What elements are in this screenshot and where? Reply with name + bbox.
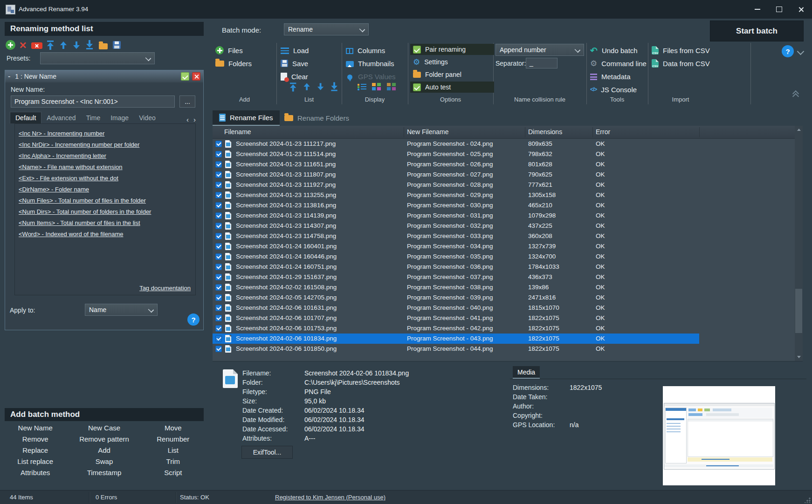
view-grid-icon[interactable] [372,83,381,90]
tab-video[interactable]: Video [134,112,161,123]
row-checkbox-checked[interactable] [215,305,222,311]
minimize-button[interactable] [746,0,768,19]
table-row[interactable]: Screenshot 2024-01-23 113816.pngProgram … [213,200,699,211]
tag-link[interactable]: <DirName> - Folder name [19,184,192,195]
more-options-button[interactable]: ... [179,95,195,108]
scroll-down-button[interactable] [795,353,803,361]
import-files-from-csv[interactable]: CSV Files from CSV [652,45,710,56]
maximize-button[interactable] [768,0,790,19]
row-checkbox-checked[interactable] [215,151,222,157]
view-list-icon[interactable] [357,83,366,90]
table-row[interactable]: Screenshot 2024-01-23 111927.pngProgram … [213,180,699,190]
add-batch-method-link[interactable]: Renumber [143,434,204,444]
presets-select[interactable] [40,52,155,64]
tag-link[interactable]: <Num Dirs> - Total number of folders in … [19,206,192,218]
row-checkbox-checked[interactable] [215,346,222,352]
row-checkbox-checked[interactable] [215,325,222,332]
checkbox-checked-icon[interactable] [413,83,421,91]
row-checkbox-checked[interactable] [215,192,222,198]
import-data-from-csv[interactable]: CSV Data from CSV [652,58,710,69]
table-row[interactable]: Screenshot 2024-01-24 160401.pngProgram … [213,241,699,252]
view-thumbs-icon[interactable] [387,83,396,90]
display-thumbnails-button[interactable]: Thumbnails [346,58,394,69]
table-row[interactable]: Screenshot 2024-02-06 101707.pngProgram … [213,313,699,323]
add-batch-method-link[interactable]: Attributes [5,468,66,477]
new-name-input[interactable]: Program Screenshot - <Inc Nr:001> [11,95,175,108]
row-checkbox-checked[interactable] [215,202,222,209]
remove-all-methods-button[interactable] [31,41,47,49]
collapse-toolbar-icon[interactable] [793,91,798,97]
option-auto-test[interactable]: Auto test [410,82,494,93]
remove-method-button[interactable] [19,41,31,49]
start-batch-button[interactable]: Start batch [710,20,804,41]
move-method-bottom-button[interactable] [86,40,99,50]
tab-image[interactable]: Image [105,112,134,123]
list-clear-button[interactable]: Clear [281,71,308,82]
row-checkbox-checked[interactable] [215,253,222,260]
table-row[interactable]: Screenshot 2024-02-05 142705.pngProgram … [213,293,699,303]
row-checkbox-checked[interactable] [215,161,222,168]
checkbox-checked-icon[interactable] [413,46,421,54]
table-row[interactable]: Screenshot 2024-01-24 160446.pngProgram … [213,252,699,262]
tool-undo-batch[interactable]: ↶ Undo batch [590,45,638,56]
add-folders-button[interactable]: Folders [215,58,252,69]
help-button[interactable]: ? [782,45,794,57]
scrollbar-thumb[interactable] [795,289,802,333]
save-preset-button[interactable] [113,41,126,49]
table-row[interactable]: Screenshot 2024-01-29 151637.pngProgram … [213,272,699,282]
display-columns-button[interactable]: Columns [346,45,385,56]
exiftool-button[interactable]: ExifTool... [241,446,293,459]
collision-rule-select[interactable]: Append number [495,44,584,56]
tag-link[interactable]: <Num Items> - Total number of files in t… [19,218,192,229]
tag-documentation-link[interactable]: Tag documentation [139,285,191,292]
add-files-button[interactable]: Files [215,45,243,56]
table-row[interactable]: Screenshot 2024-01-23 111807.pngProgram … [213,170,699,180]
scroll-up-button[interactable] [795,126,803,134]
registration-link[interactable]: Registered to Kim Jensen (Personal use) [275,494,385,501]
table-row[interactable]: Screenshot 2024-01-24 160751.pngProgram … [213,262,699,272]
option-settings[interactable]: ⚙ Settings [413,56,448,68]
row-checkbox-checked[interactable] [215,182,222,188]
display-gps-button[interactable]: GPS Values [346,71,396,82]
row-checkbox-checked[interactable] [215,243,222,250]
separator-input[interactable]: _ [526,58,557,68]
method-close-button[interactable] [192,72,200,81]
method-header[interactable]: - 1 : New Name [5,70,203,82]
add-batch-method-link[interactable]: Trim [143,456,204,466]
row-checkbox-checked[interactable] [215,264,222,270]
move-file-bottom-button[interactable] [330,82,344,91]
tab-media[interactable]: Media [513,366,540,379]
table-row[interactable]: Screenshot 2024-01-23 111217.pngProgram … [213,139,699,149]
vertical-scrollbar[interactable] [795,126,803,361]
tag-link[interactable]: <Name> - File name without extension [19,162,192,173]
column-header-dimensions[interactable]: Dimensions [528,128,562,136]
tag-link[interactable]: <Ext> - File extension without the dot [19,173,192,184]
add-batch-method-link[interactable]: Swap [66,456,142,466]
move-file-top-button[interactable] [289,82,303,91]
row-checkbox-checked[interactable] [215,294,222,301]
list-load-button[interactable]: Load [281,45,309,56]
tab-default[interactable]: Default [10,112,41,123]
tag-link[interactable]: <Inc Alpha> - Incrementing letter [19,150,192,162]
close-button[interactable] [790,0,812,19]
tag-link[interactable]: <Inc Nr> - Incrementing number [19,128,192,139]
column-header-new-filename[interactable]: New Filename [407,128,448,136]
tab-time[interactable]: Time [81,112,106,123]
table-row[interactable]: Screenshot 2024-02-06 101631.pngProgram … [213,303,699,313]
method-enabled-checkbox[interactable] [181,72,189,81]
add-batch-method-link[interactable]: Move [143,423,204,433]
table-row[interactable]: Screenshot 2024-02-06 101753.pngProgram … [213,323,699,334]
row-checkbox-checked[interactable] [215,315,222,321]
column-header-filename[interactable]: Filename [224,128,251,136]
table-row[interactable]: Screenshot 2024-01-23 114139.pngProgram … [213,211,699,221]
tabs-scroll-right[interactable]: › [193,116,196,123]
tag-link[interactable]: <Word> - Indexed word of the filename [19,229,192,240]
tag-link[interactable]: <Inc NrDir> - Incrementing number per fo… [19,139,192,150]
add-batch-method-link[interactable]: Script [143,468,204,477]
help-chevron-down-icon[interactable] [797,48,805,55]
table-row[interactable]: Screenshot 2024-01-23 114307.pngProgram … [213,221,699,231]
row-checkbox-checked[interactable] [215,284,222,291]
option-folder-panel[interactable]: Folder panel [413,69,461,80]
column-header-error[interactable]: Error [596,128,610,136]
list-save-button[interactable]: Save [281,58,308,69]
